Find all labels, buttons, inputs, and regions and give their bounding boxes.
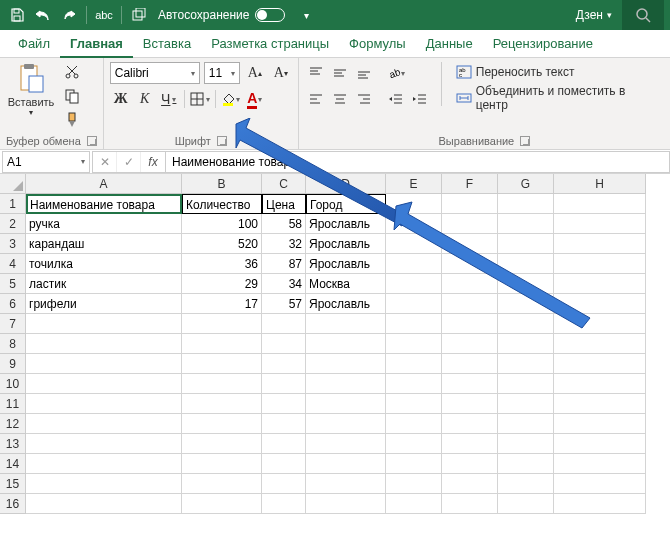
cell[interactable]	[182, 354, 262, 374]
cell[interactable]: 57	[262, 294, 306, 314]
cell[interactable]	[26, 474, 182, 494]
cell[interactable]	[554, 294, 646, 314]
row-header[interactable]: 16	[0, 494, 26, 514]
cell[interactable]: Наименование товара	[26, 194, 182, 214]
cell[interactable]	[442, 214, 498, 234]
cell[interactable]	[182, 454, 262, 474]
align-left-button[interactable]	[305, 88, 327, 110]
cell[interactable]	[262, 434, 306, 454]
cell[interactable]	[442, 194, 498, 214]
cell[interactable]	[262, 494, 306, 514]
cell[interactable]	[262, 474, 306, 494]
paste-button[interactable]: Вставить ▾	[6, 62, 56, 117]
decrease-indent-button[interactable]	[385, 88, 407, 110]
cancel-formula-button[interactable]: ✕	[93, 152, 117, 172]
row-header[interactable]: 13	[0, 434, 26, 454]
user-account[interactable]: Дзен▾	[576, 8, 612, 22]
cell[interactable]	[442, 234, 498, 254]
borders-button[interactable]: ▾	[189, 88, 211, 110]
cell[interactable]	[182, 394, 262, 414]
cell[interactable]: грифели	[26, 294, 182, 314]
tab-file[interactable]: Файл	[8, 30, 60, 58]
cell[interactable]	[554, 254, 646, 274]
cell[interactable]	[386, 194, 442, 214]
cell[interactable]	[262, 354, 306, 374]
cell[interactable]	[386, 214, 442, 234]
row-header[interactable]: 6	[0, 294, 26, 314]
cell[interactable]	[554, 434, 646, 454]
cell[interactable]	[26, 414, 182, 434]
column-header[interactable]: F	[442, 174, 498, 194]
row-header[interactable]: 10	[0, 374, 26, 394]
cell[interactable]	[262, 314, 306, 334]
tab-data[interactable]: Данные	[416, 30, 483, 58]
cell[interactable]	[26, 334, 182, 354]
cell[interactable]	[554, 494, 646, 514]
cell[interactable]	[554, 454, 646, 474]
align-right-button[interactable]	[353, 88, 375, 110]
alignment-dialog-launcher[interactable]	[520, 136, 530, 146]
cell[interactable]	[498, 334, 554, 354]
cell[interactable]	[306, 334, 386, 354]
cell[interactable]	[386, 254, 442, 274]
fill-color-button[interactable]: ▾	[220, 88, 242, 110]
cell[interactable]	[386, 394, 442, 414]
cell[interactable]	[26, 394, 182, 414]
cell[interactable]	[498, 374, 554, 394]
cell[interactable]	[442, 334, 498, 354]
cell[interactable]	[26, 434, 182, 454]
copy-button[interactable]	[62, 86, 82, 106]
cell[interactable]: Город	[306, 194, 386, 214]
tab-insert[interactable]: Вставка	[133, 30, 201, 58]
name-box[interactable]: A1▾	[2, 151, 90, 173]
cell[interactable]	[442, 474, 498, 494]
cell[interactable]	[498, 414, 554, 434]
cell[interactable]	[306, 374, 386, 394]
cell[interactable]	[386, 234, 442, 254]
insert-function-button[interactable]: fx	[141, 152, 165, 172]
cell[interactable]	[182, 414, 262, 434]
cell[interactable]	[386, 494, 442, 514]
cell[interactable]: ручка	[26, 214, 182, 234]
cell[interactable]	[442, 294, 498, 314]
cell[interactable]	[498, 474, 554, 494]
cell[interactable]	[442, 434, 498, 454]
cell[interactable]	[182, 474, 262, 494]
cell[interactable]	[386, 334, 442, 354]
cell[interactable]	[498, 394, 554, 414]
column-header[interactable]: E	[386, 174, 442, 194]
increase-font-button[interactable]: A▴	[244, 62, 266, 84]
tab-layout[interactable]: Разметка страницы	[201, 30, 339, 58]
cell[interactable]: 34	[262, 274, 306, 294]
cell[interactable]	[262, 454, 306, 474]
cell[interactable]	[306, 494, 386, 514]
cell[interactable]	[386, 454, 442, 474]
cell[interactable]: Количество	[182, 194, 262, 214]
cell[interactable]	[182, 494, 262, 514]
cell[interactable]	[306, 414, 386, 434]
cell[interactable]	[262, 334, 306, 354]
redo-icon[interactable]	[58, 4, 80, 26]
cell[interactable]	[442, 394, 498, 414]
column-header[interactable]: A	[26, 174, 182, 194]
cell[interactable]	[498, 494, 554, 514]
tab-formulas[interactable]: Формулы	[339, 30, 416, 58]
clipboard-dialog-launcher[interactable]	[87, 136, 97, 146]
cell[interactable]	[498, 234, 554, 254]
cell[interactable]: 32	[262, 234, 306, 254]
cell[interactable]	[498, 194, 554, 214]
select-all-corner[interactable]	[0, 174, 26, 194]
cell[interactable]	[442, 354, 498, 374]
align-top-button[interactable]	[305, 62, 327, 84]
save-icon[interactable]	[6, 4, 28, 26]
format-painter-button[interactable]	[62, 110, 82, 130]
row-header[interactable]: 15	[0, 474, 26, 494]
cell[interactable]	[306, 354, 386, 374]
align-center-button[interactable]	[329, 88, 351, 110]
cell[interactable]: Ярославль	[306, 234, 386, 254]
cell[interactable]	[306, 434, 386, 454]
cell[interactable]	[554, 314, 646, 334]
column-header[interactable]: C	[262, 174, 306, 194]
cell[interactable]	[26, 314, 182, 334]
row-header[interactable]: 5	[0, 274, 26, 294]
